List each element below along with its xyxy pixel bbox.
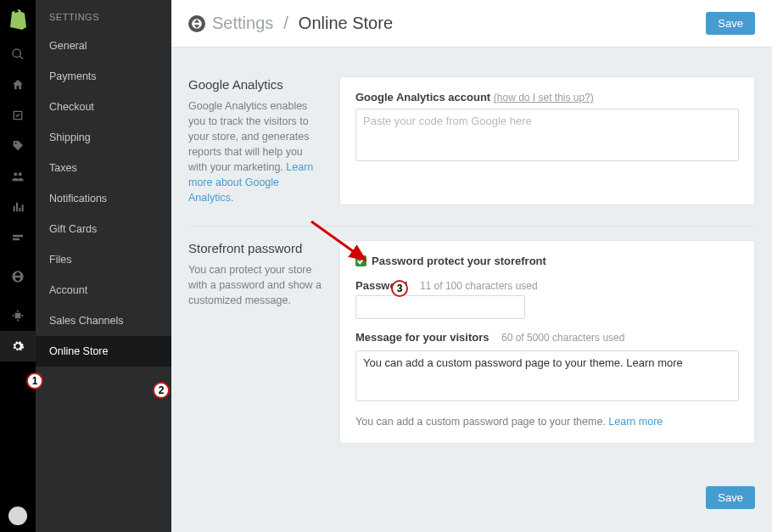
ga-title: Google Analytics bbox=[188, 76, 322, 93]
sp-protect-checkbox[interactable] bbox=[355, 255, 366, 266]
sp-description: You can protect your store with a passwo… bbox=[188, 262, 322, 308]
sidebar-item-online-store[interactable]: Online Store bbox=[36, 336, 171, 367]
section-google-analytics: Google Analytics Google Analytics enable… bbox=[188, 63, 755, 226]
home-icon[interactable] bbox=[0, 70, 36, 100]
ga-code-input[interactable] bbox=[355, 109, 739, 161]
page-header: Settings / Online Store Save bbox=[171, 0, 772, 48]
search-icon[interactable] bbox=[0, 39, 36, 70]
sp-checkbox-label: Password protect your storefront bbox=[372, 255, 546, 267]
ga-setup-link[interactable]: (how do I set this up?) bbox=[494, 92, 594, 104]
globe-icon bbox=[188, 15, 205, 32]
sp-msg-hint: 60 of 5000 characters used bbox=[501, 332, 624, 344]
sp-password-input[interactable] bbox=[355, 295, 525, 319]
sidebar-item-general[interactable]: General bbox=[36, 31, 171, 61]
sidebar-item-shipping[interactable]: Shipping bbox=[36, 122, 171, 153]
reports-icon[interactable] bbox=[0, 192, 36, 222]
sidebar-item-files[interactable]: Files bbox=[36, 244, 171, 275]
tag-icon[interactable] bbox=[0, 131, 36, 161]
sidebar-item-payments[interactable]: Payments bbox=[36, 61, 171, 92]
user-avatar[interactable] bbox=[0, 507, 36, 525]
ga-description: Google Analytics enables you to track th… bbox=[188, 98, 322, 206]
section-storefront-password: Storefront password You can protect your… bbox=[188, 226, 755, 464]
discounts-icon[interactable] bbox=[0, 222, 36, 253]
sp-password-hint: 11 of 100 characters used bbox=[420, 280, 538, 292]
sp-password-label: Password bbox=[355, 279, 407, 292]
sp-msg-label: Message for your visitors bbox=[355, 331, 489, 344]
settings-icon[interactable] bbox=[0, 331, 36, 361]
main-content: Settings / Online Store Save Google Anal… bbox=[171, 0, 772, 532]
sidebar-item-sales-channels[interactable]: Sales Channels bbox=[36, 305, 171, 336]
orders-icon[interactable] bbox=[0, 100, 36, 131]
sidebar-item-gift-cards[interactable]: Gift Cards bbox=[36, 214, 171, 244]
apps-icon[interactable] bbox=[0, 300, 36, 331]
breadcrumb-current: Online Store bbox=[299, 14, 393, 33]
sidebar-heading: SETTINGS bbox=[36, 0, 171, 31]
shopify-logo[interactable] bbox=[8, 8, 28, 32]
sp-learn-more-link[interactable]: Learn more bbox=[608, 416, 663, 428]
ga-account-label: Google Analytics account bbox=[355, 91, 490, 104]
save-button-footer[interactable]: Save bbox=[706, 486, 755, 509]
customers-icon[interactable] bbox=[0, 161, 36, 192]
sidebar-item-notifications[interactable]: Notifications bbox=[36, 183, 171, 214]
online-store-icon[interactable] bbox=[0, 261, 36, 292]
sidebar-item-checkout[interactable]: Checkout bbox=[36, 92, 171, 122]
sp-msg-input[interactable] bbox=[355, 350, 739, 401]
breadcrumb-settings[interactable]: Settings bbox=[212, 14, 273, 33]
settings-sidebar: SETTINGS General Payments Checkout Shipp… bbox=[36, 0, 171, 532]
save-button[interactable]: Save bbox=[706, 12, 755, 35]
sidebar-item-account[interactable]: Account bbox=[36, 275, 171, 305]
sp-note: You can add a custom password page to yo… bbox=[355, 416, 739, 428]
icon-rail bbox=[0, 0, 36, 532]
sidebar-item-taxes[interactable]: Taxes bbox=[36, 153, 171, 183]
sp-title: Storefront password bbox=[188, 240, 322, 257]
